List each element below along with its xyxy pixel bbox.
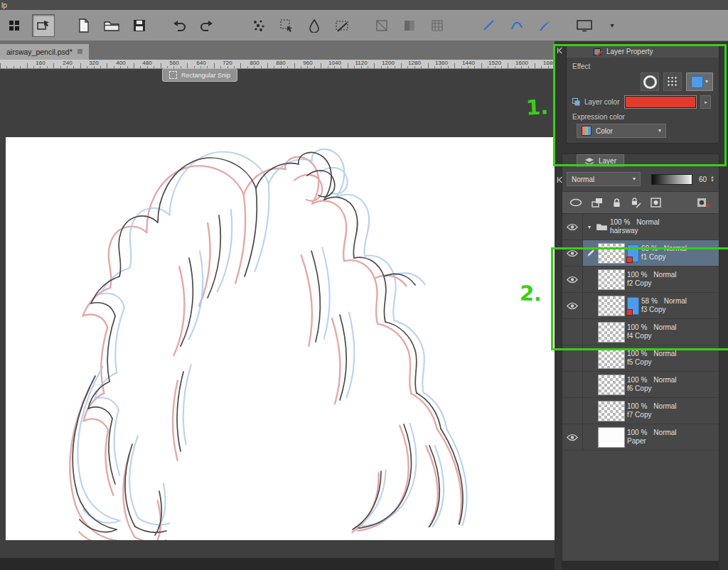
layer-blend-mode: Normal bbox=[653, 402, 676, 410]
border-effect-button[interactable] bbox=[641, 72, 659, 91]
layer-property-header[interactable]: Layer Property bbox=[567, 45, 719, 58]
layer-visibility-cell[interactable] bbox=[562, 214, 583, 240]
enable-mask-icon[interactable] bbox=[651, 198, 662, 208]
layer-row-f5-copy[interactable]: 100 %Normal f5 Copy bbox=[562, 345, 719, 372]
folder-expand-caret[interactable]: ▾ bbox=[585, 224, 594, 230]
snip-tooltip-label: Rectangular Snip bbox=[181, 72, 230, 79]
layer-row-f7-copy[interactable]: 100 %Normal f7 Copy bbox=[562, 398, 719, 424]
layer-opacity: 100 % bbox=[627, 376, 647, 384]
app-grid-icon[interactable] bbox=[4, 15, 26, 36]
ruler-number: 1680 bbox=[543, 60, 555, 66]
lock-transparent-pixels-icon[interactable] bbox=[631, 197, 641, 208]
expression-color-select[interactable]: Color ▾ bbox=[577, 124, 666, 138]
save-file-icon[interactable] bbox=[129, 15, 150, 36]
ruler-number: 1520 bbox=[488, 60, 501, 66]
layer-toolbar-icons bbox=[562, 192, 719, 214]
eye-icon[interactable] bbox=[567, 249, 578, 257]
move-selection-icon[interactable] bbox=[276, 15, 297, 36]
layer-visibility-cell[interactable] bbox=[562, 372, 583, 397]
rectangular-snip-icon bbox=[169, 71, 177, 79]
layer-opacity: 100 % bbox=[627, 429, 647, 436]
grid-icon[interactable] bbox=[427, 15, 448, 36]
layer-opacity: 100 % bbox=[627, 350, 647, 357]
layer-thumbnail[interactable] bbox=[598, 375, 625, 395]
layer-name: f6 Copy bbox=[627, 385, 677, 394]
layer-color-effect-button[interactable]: ▾ bbox=[686, 72, 713, 91]
layer-row-f4-copy[interactable]: 100 %Normal f4 Copy bbox=[562, 319, 719, 345]
tone-effect-icon bbox=[667, 76, 678, 87]
ruler-number: 160 bbox=[36, 60, 45, 66]
open-file-icon[interactable] bbox=[101, 15, 122, 36]
bottom-strip bbox=[0, 558, 555, 570]
layer-visibility-cell[interactable] bbox=[562, 398, 583, 424]
opacity-stepper[interactable]: ▲▼ bbox=[710, 176, 714, 183]
toolbar-menu-icon[interactable]: ▾ bbox=[601, 15, 623, 36]
eye-icon[interactable] bbox=[567, 223, 578, 231]
straight-line-tool-icon[interactable] bbox=[478, 15, 500, 36]
layer-color-expand-button[interactable]: ▸ bbox=[700, 95, 711, 109]
layer-palette-options-icon[interactable] bbox=[697, 197, 712, 208]
layer-visibility-cell[interactable] bbox=[562, 424, 583, 450]
blend-mode-select[interactable]: Normal ▾ bbox=[567, 172, 641, 186]
layer-thumbnail[interactable] bbox=[598, 243, 625, 264]
collapse-panel-icon[interactable] bbox=[557, 176, 564, 183]
tab-close-button[interactable] bbox=[77, 49, 82, 54]
eye-icon[interactable] bbox=[567, 434, 578, 441]
layer-thumbnail[interactable] bbox=[598, 427, 625, 448]
layer-visibility-cell[interactable] bbox=[562, 267, 583, 292]
layer-opacity: 100 % bbox=[610, 218, 630, 226]
layer-row-paper[interactable]: 100 %Normal Paper bbox=[562, 424, 719, 451]
layer-name: f1 Copy bbox=[641, 253, 687, 262]
opacity-slider[interactable] bbox=[651, 174, 692, 185]
menu-item-help[interactable]: lp bbox=[1, 1, 7, 9]
deselect-icon[interactable] bbox=[331, 15, 353, 36]
layer-thumbnail[interactable] bbox=[598, 401, 625, 421]
layer-blend-mode: Normal bbox=[636, 218, 659, 226]
ruler-horizontal: 160 240 320 400 480 560 640 720 800 880 … bbox=[0, 60, 555, 69]
layer-thumbnail[interactable] bbox=[598, 269, 625, 290]
scatter-icon[interactable] bbox=[248, 15, 269, 36]
layer-name: f7 Copy bbox=[627, 411, 677, 420]
layer-row-f2-copy[interactable]: 100 %Normal f2 Copy bbox=[562, 267, 719, 293]
layer-thumbnail[interactable] bbox=[598, 348, 625, 369]
layer-color-swatch[interactable] bbox=[625, 96, 696, 108]
redo-icon[interactable] bbox=[196, 15, 218, 36]
blend-tool-icon[interactable] bbox=[304, 15, 325, 36]
layer-color-label: Layer color bbox=[584, 98, 619, 106]
layer-panel: Layer Normal ▾ 60 ▲▼ bbox=[562, 154, 719, 570]
layer-thumbnail[interactable] bbox=[598, 322, 625, 343]
opacity-value: 60 bbox=[696, 176, 707, 183]
layer-visibility-cell[interactable] bbox=[562, 293, 583, 318]
snip-tooltip[interactable]: Rectangular Snip bbox=[162, 68, 237, 82]
collapse-panel-icon[interactable] bbox=[557, 47, 564, 54]
eye-icon[interactable] bbox=[567, 302, 578, 310]
chevron-down-icon: ▾ bbox=[658, 128, 661, 134]
document-tab[interactable]: airsway_pencil.psd* bbox=[0, 44, 89, 60]
layer-visibility-cell[interactable] bbox=[562, 240, 583, 266]
tone-effect-button[interactable] bbox=[663, 72, 682, 91]
eye-icon[interactable] bbox=[567, 276, 578, 284]
layer-panel-title: Layer bbox=[599, 157, 616, 165]
layer-row-hairsway[interactable]: ▾ 100 %Normal hairsway bbox=[562, 214, 719, 240]
display-mode-icon[interactable] bbox=[574, 15, 595, 36]
layer-name: f3 Copy bbox=[641, 306, 687, 315]
layer-visibility-cell[interactable] bbox=[562, 319, 583, 345]
transparent-area-icon[interactable] bbox=[569, 198, 582, 207]
curve-tool-icon[interactable] bbox=[506, 15, 528, 36]
layer-row-f6-copy[interactable]: 100 %Normal f6 Copy bbox=[562, 372, 719, 398]
transform-icon[interactable] bbox=[371, 15, 392, 36]
layer-color-effect-icon bbox=[691, 76, 703, 88]
clip-to-layer-icon[interactable] bbox=[592, 198, 603, 208]
layer-row-f3-copy[interactable]: 58 %Normal f3 Copy bbox=[562, 293, 719, 319]
new-file-icon[interactable] bbox=[73, 15, 95, 36]
layer-panel-tab[interactable]: Layer bbox=[577, 154, 624, 167]
layer-thumbnail[interactable] bbox=[598, 296, 625, 316]
undo-icon[interactable] bbox=[168, 15, 190, 36]
layer-row-f1-copy[interactable]: 60 %Normal f1 Copy bbox=[562, 240, 719, 267]
lock-layer-icon[interactable] bbox=[612, 198, 621, 208]
object-select-tool-icon[interactable] bbox=[32, 14, 55, 37]
layer-visibility-cell[interactable] bbox=[562, 345, 583, 371]
gradient-icon[interactable] bbox=[399, 15, 420, 36]
drawing-canvas[interactable] bbox=[6, 137, 555, 540]
vector-line-tool-icon[interactable] bbox=[534, 15, 555, 36]
